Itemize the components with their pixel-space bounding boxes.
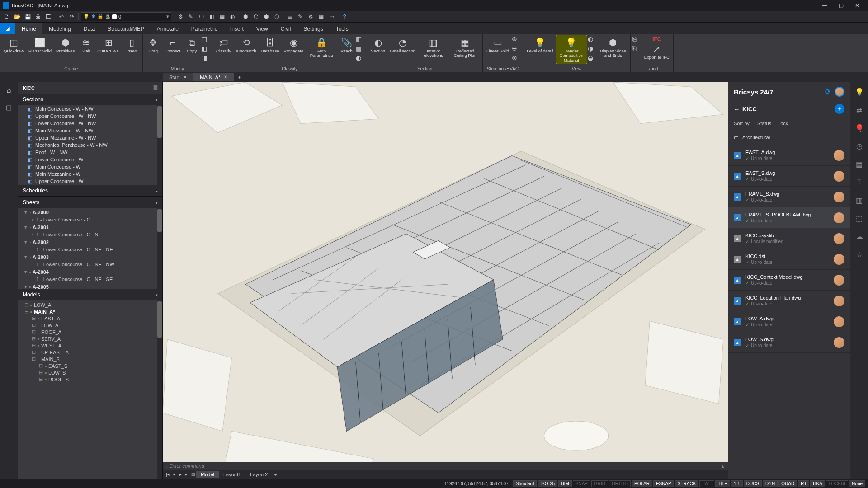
command-line[interactable]: : Enter command▴ <box>163 462 728 470</box>
redo-icon[interactable]: ↷ <box>68 13 76 21</box>
sheet-item[interactable]: ▫1 - Lower Concourse - C - NE <box>18 231 162 238</box>
export-ifc-button[interactable]: IFC↗Export to IFC <box>642 35 671 61</box>
print-icon[interactable]: 🖶 <box>34 13 42 21</box>
scrollbar[interactable] <box>157 208 162 289</box>
sort-status[interactable]: Status <box>757 121 771 126</box>
tab-data[interactable]: Data <box>77 23 101 34</box>
close-tab-icon[interactable]: ✕ <box>183 75 187 80</box>
model-item[interactable]: ⊟▫ROOF_A <box>18 328 162 335</box>
lod-button[interactable]: 💡Level of detail <box>525 35 555 54</box>
status-toggle[interactable]: Standard <box>513 480 537 487</box>
sheet-group[interactable]: ▾▫A-2002 <box>18 238 162 246</box>
status-toggle[interactable]: BIM <box>558 480 572 487</box>
tab-insert[interactable]: Insert <box>224 23 250 34</box>
tool-icon[interactable]: ⬡ <box>252 13 260 21</box>
tab-tools[interactable]: Tools <box>330 23 355 34</box>
add-layout-icon[interactable]: ＋ <box>272 472 278 478</box>
tool-icon[interactable]: ⬢ <box>262 13 270 21</box>
classify-extra[interactable]: ▦▤◐ <box>356 35 365 63</box>
tool-icon[interactable]: ◐ <box>228 13 236 21</box>
detail-section-button[interactable]: ◔Detail section <box>388 35 417 54</box>
minimize-button[interactable]: — <box>816 2 833 9</box>
model-item[interactable]: ⊟▫LOW_S <box>18 369 162 376</box>
tool-icon[interactable]: ⬡ <box>273 13 281 21</box>
sheet-item[interactable]: ▫1 - Lower Concourse - C - NE - SE <box>18 276 162 283</box>
star-icon[interactable]: ☆ <box>854 249 864 259</box>
open-icon[interactable]: 📂 <box>13 13 21 21</box>
tab-modeling[interactable]: Modeling <box>42 23 77 34</box>
sheet-group[interactable]: ▾▫A-2003 <box>18 253 162 261</box>
folder-row[interactable]: 🗀 Architectural_1 <box>728 130 850 145</box>
modify-extra[interactable]: ◫◧◨ <box>201 35 210 63</box>
tab-annotate[interactable]: Annotate <box>151 23 185 34</box>
tab-home[interactable]: Home <box>15 23 42 34</box>
add-tab-button[interactable]: ＋ <box>234 74 244 80</box>
clock-icon[interactable]: ◷ <box>854 141 864 151</box>
first-icon[interactable]: |◂ <box>165 472 171 477</box>
app-menu-button[interactable]: ◢ <box>0 23 15 34</box>
display-sides-button[interactable]: ⬢Display Sides and Ends <box>598 35 628 59</box>
tool-icon[interactable]: ▦ <box>317 13 325 21</box>
propagate-button[interactable]: ◉Propagate <box>282 35 305 54</box>
avatar[interactable] <box>835 87 844 97</box>
section-button[interactable]: ◐Section <box>369 35 387 54</box>
status-toggle[interactable]: LWT <box>699 480 714 487</box>
text-icon[interactable]: T <box>854 177 864 187</box>
status-toggle[interactable]: ESNAP <box>653 480 674 487</box>
add-button[interactable]: ＋ <box>835 104 844 114</box>
render-composition-button[interactable]: 💡Render Composition Material <box>556 35 587 64</box>
status-toggle[interactable]: DUCS <box>744 480 762 487</box>
tool-icon[interactable]: ⬢ <box>241 13 250 21</box>
structure-extra[interactable]: ⊕⊖⊗ <box>512 35 521 63</box>
layout1-tab[interactable]: Layout1 <box>219 471 245 478</box>
status-toggle[interactable]: POLAR <box>632 480 652 487</box>
tool-icon[interactable]: ▭ <box>327 13 335 21</box>
file-row[interactable]: ▲KICC.dst✓Up-to-date <box>728 249 850 270</box>
file-row[interactable]: ▲KICC_Location Plan.dwg✓Up-to-date <box>728 291 850 311</box>
status-toggle[interactable]: STRACK <box>675 480 699 487</box>
sheet-group[interactable]: ▾▫A-2001 <box>18 223 162 231</box>
close-tab-icon[interactable]: ✕ <box>224 75 227 80</box>
viewport[interactable]: : Enter command▴ |◂ ◂ ▸ ▸| ▤ Model Layou… <box>163 82 728 479</box>
preview-icon[interactable]: 🗔 <box>44 13 52 21</box>
tool-icon[interactable]: ✎ <box>296 13 304 21</box>
model-item[interactable]: ⊟▫SERV_A <box>18 335 162 342</box>
model-item[interactable]: ⊟▫MAIN_A* <box>18 308 162 315</box>
tool-icon[interactable]: ⚙ <box>176 13 184 21</box>
model-item[interactable]: ⊟▫MAIN_S <box>18 356 162 362</box>
sections-header[interactable]: Sections <box>18 94 162 105</box>
sliders-icon[interactable]: ⇄ <box>854 105 864 115</box>
linear-solid-button[interactable]: ▭Linear Solid <box>485 35 511 54</box>
sheet-item[interactable]: ▫1 - Lower Concourse - C - NE - NE <box>18 246 162 253</box>
sheets-header[interactable]: Sheets <box>18 197 162 208</box>
tab-structural-mep[interactable]: Structural/MEP <box>101 23 151 34</box>
last-icon[interactable]: ▸| <box>184 472 190 477</box>
section-item[interactable]: ◧Upper Concourse - W - NW <box>18 113 162 120</box>
sheet-group[interactable]: ▾▫A-2004 <box>18 268 162 276</box>
status-toggle[interactable]: QUAD <box>778 480 797 487</box>
connect-button[interactable]: ⌐Connect <box>163 35 182 54</box>
file-row[interactable]: ▲LOW_A.dwg✓Up-to-date <box>728 311 850 332</box>
section-item[interactable]: ◧Main Concourse - W <box>18 163 162 170</box>
stack-icon[interactable]: ▥ <box>854 195 864 205</box>
status-toggle[interactable]: GRID <box>591 480 608 487</box>
sheet-item[interactable]: ▫1 - Lower Concourse - C <box>18 216 162 223</box>
view-extra[interactable]: ◐◑◒ <box>588 35 597 63</box>
status-toggle[interactable]: RT <box>798 480 809 487</box>
sheet-group[interactable]: ▾▫A-2005 <box>18 283 162 289</box>
scrollbar[interactable] <box>157 105 162 185</box>
layers-icon[interactable]: ▤ <box>854 159 864 169</box>
settings-icon[interactable]: ⚙ <box>307 13 315 21</box>
refresh-icon[interactable]: ⟳ <box>825 88 831 96</box>
save-icon[interactable]: 💾 <box>24 13 32 21</box>
bulb-icon[interactable]: 💡 <box>854 87 864 97</box>
sort-lock[interactable]: Lock <box>778 121 788 126</box>
section-item[interactable]: ◧Main Mezzanine - W - NW <box>18 127 162 134</box>
status-toggle[interactable]: 1:1 <box>731 480 743 487</box>
layout2-tab[interactable]: Layout2 <box>245 471 272 478</box>
reflected-ceiling-button[interactable]: ▦Reflected Ceiling Plan <box>450 35 481 59</box>
menu-icon[interactable]: ☰ <box>153 85 158 91</box>
doc-tab-start[interactable]: Start✕ <box>163 73 193 81</box>
model-item[interactable]: ⊟▫EAST_A <box>18 315 162 322</box>
file-row[interactable]: ▲FRAME_S.dwg✓Up-to-date <box>728 187 850 207</box>
